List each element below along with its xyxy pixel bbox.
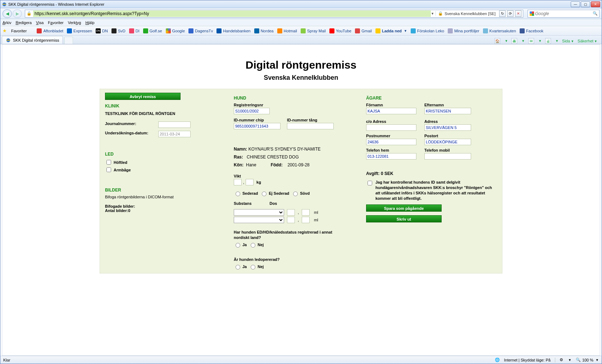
forward-button[interactable]: ▶ xyxy=(13,9,22,18)
svg-rect-2 xyxy=(532,11,534,13)
menu-visa[interactable]: Visa xyxy=(36,20,44,25)
search-box[interactable]: 🔍 xyxy=(528,10,599,18)
hund-heading: HUND xyxy=(234,96,356,101)
vikt-whole-input[interactable] xyxy=(234,179,242,185)
exam-date-input[interactable] xyxy=(158,131,191,137)
nordic-ja-radio[interactable] xyxy=(236,243,240,248)
hoftled-checkbox[interactable] xyxy=(106,160,111,165)
safety-menu[interactable]: Säkerhet▼ xyxy=(578,39,597,43)
telhem-input[interactable] xyxy=(366,153,416,160)
home-icon[interactable]: 🏠 xyxy=(494,38,500,44)
address-bar[interactable]: 🔒 ▼ 🔒 Svenska Kennelklubben [SE] ↻ ⟳ ✕ xyxy=(25,10,523,18)
bookmark-dn[interactable]: DNDN xyxy=(96,28,108,33)
tang-input[interactable] xyxy=(287,123,334,129)
oper-nej-radio[interactable] xyxy=(251,265,255,269)
bookmark-youtube[interactable]: YouTube xyxy=(329,28,351,33)
ie-icon xyxy=(2,2,7,7)
skrivut-button[interactable]: Skriv ut xyxy=(366,215,442,222)
journal-input[interactable] xyxy=(158,121,191,128)
back-button[interactable]: ◀ xyxy=(3,9,12,18)
minimize-button[interactable]: — xyxy=(571,1,580,7)
bookmark-portfoljer[interactable]: Mina portföljer xyxy=(448,28,479,33)
refresh-alt-button[interactable]: ⟳ xyxy=(507,10,514,17)
favorites-star-icon[interactable]: ★ xyxy=(3,28,7,33)
efternamn-input[interactable] xyxy=(424,108,471,114)
bookmark-facebook[interactable]: Facebook xyxy=(520,28,543,33)
url-input[interactable] xyxy=(33,10,431,17)
postort-input[interactable] xyxy=(424,139,471,145)
sovd-radio[interactable] xyxy=(293,192,298,196)
reg-input[interactable] xyxy=(234,108,270,114)
dos2-whole-input[interactable] xyxy=(287,217,295,223)
protected-mode-icon[interactable]: ⚙ xyxy=(560,358,563,362)
close-button[interactable]: ✕ xyxy=(591,1,600,7)
led-heading: LED xyxy=(105,152,224,157)
menu-hjalp[interactable]: Hjälp xyxy=(85,20,94,25)
substans1-select[interactable] xyxy=(234,209,284,216)
tab-favicon xyxy=(6,38,11,43)
mail-icon[interactable]: ✉ xyxy=(528,38,534,44)
site-identity[interactable]: 🔒 Svenska Kennelklubben [SE] xyxy=(435,11,498,16)
substans2-select[interactable] xyxy=(234,217,284,223)
bookmark-expressen[interactable]: Expressen xyxy=(67,28,92,33)
menu-arkiv[interactable]: Arkiv xyxy=(3,20,11,25)
spara-button[interactable]: Spara som pågående xyxy=(366,204,442,212)
klinik-heading: KLINIK xyxy=(105,103,224,109)
bookmark-google[interactable]: Google xyxy=(166,28,185,33)
feeds-icon[interactable]: 🖶 xyxy=(511,38,517,44)
bookmark-aftonbladet[interactable]: Aftonbladet xyxy=(37,28,63,33)
refresh-button[interactable]: ↻ xyxy=(499,10,506,17)
dos1-whole-input[interactable] xyxy=(287,209,295,216)
consent-checkbox[interactable] xyxy=(368,181,372,185)
favorites-label[interactable]: Favoriter xyxy=(11,29,27,33)
stop-button[interactable]: ✕ xyxy=(515,10,521,17)
fornamn-input[interactable] xyxy=(366,108,416,114)
nordic-nej-radio[interactable] xyxy=(251,243,255,248)
search-go-icon[interactable]: 🔍 xyxy=(593,11,598,16)
co-input[interactable] xyxy=(366,124,416,131)
menu-favoriter[interactable]: Favoriter xyxy=(48,20,63,25)
postnr-input[interactable] xyxy=(366,139,416,145)
namn-value: KOYNAUR'S SYDNEY'S DY-NAMITE xyxy=(248,147,321,152)
avbryt-remiss-button[interactable]: Avbryt remiss xyxy=(105,93,181,100)
fodd-label: Född: xyxy=(271,162,283,167)
page-title: Digital röntgenremiss xyxy=(2,59,600,71)
bookmark-spraymail[interactable]: Spray Mail xyxy=(301,28,326,33)
armbage-checkbox[interactable] xyxy=(106,167,111,172)
bookmark-golf[interactable]: Golf.se xyxy=(143,28,162,33)
tab-active[interactable]: SKK Digital röntgenremiss xyxy=(2,36,63,44)
content-viewport[interactable]: Digital röntgenremiss Svenska Kennelklub… xyxy=(2,44,600,356)
bookmark-handelsbanken[interactable]: Handelsbanken xyxy=(216,28,250,33)
new-tab-button[interactable] xyxy=(64,37,73,44)
bookmark-hotmail[interactable]: Hotmail xyxy=(277,28,297,33)
oper-ja-radio[interactable] xyxy=(236,265,240,269)
adress-input[interactable] xyxy=(424,124,471,131)
sederad-radio[interactable] xyxy=(236,192,240,196)
bookmark-svd[interactable]: SvD xyxy=(111,28,126,33)
search-input[interactable] xyxy=(534,11,593,17)
dos1-unit: ml xyxy=(314,210,318,215)
bookmark-nordea[interactable]: Nordea xyxy=(254,28,274,33)
bookmark-forskolan[interactable]: Förskolan Leko xyxy=(411,28,444,33)
url-dropdown-icon[interactable]: ▼ xyxy=(431,12,434,15)
globe-icon: 🌐 xyxy=(495,358,500,362)
dos2-dec-input[interactable] xyxy=(302,217,310,223)
bookmark-laddaned[interactable]: Ladda ned▼ xyxy=(375,28,407,33)
menu-verktyg[interactable]: Verktyg xyxy=(68,20,81,25)
fornamn-label: Förnamn xyxy=(366,103,416,107)
chip-input[interactable] xyxy=(234,123,281,129)
menu-bar: Arkiv Redigera Visa Favoriter Verktyg Hj… xyxy=(0,19,602,26)
menu-redigera[interactable]: Redigera xyxy=(15,20,32,25)
maximize-button[interactable]: ▢ xyxy=(581,1,590,7)
bookmark-dagenstv[interactable]: DagensTv xyxy=(188,28,213,33)
vikt-dec-input[interactable] xyxy=(246,179,254,185)
page-menu[interactable]: Sida▼ xyxy=(562,39,574,43)
ej-sederad-radio[interactable] xyxy=(262,192,266,196)
bookmark-gmail[interactable]: Gmail xyxy=(355,28,372,33)
print-icon[interactable]: 🖨 xyxy=(545,38,551,44)
bookmark-kvartersakuten[interactable]: Kvartersakuten xyxy=(483,28,516,33)
telmob-input[interactable] xyxy=(424,153,471,160)
dos1-dec-input[interactable] xyxy=(302,209,310,216)
bookmark-di[interactable]: DI xyxy=(129,28,140,33)
zoom-control[interactable]: 🔍 100 %▼ xyxy=(576,358,599,362)
